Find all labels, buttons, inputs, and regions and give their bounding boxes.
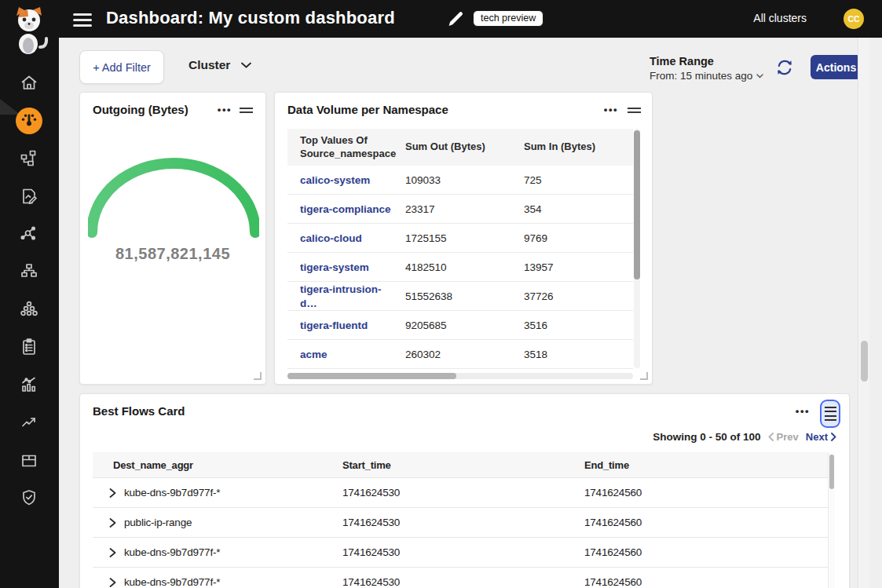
column-header: Sum Out (Bytes): [393, 141, 511, 154]
user-avatar[interactable]: CC: [844, 9, 864, 29]
next-page-button[interactable]: Next: [806, 431, 836, 443]
pagination: Showing 0 - 50 of 100 Prev Next: [653, 431, 836, 443]
refresh-button[interactable]: [775, 58, 794, 77]
refresh-icon: [775, 58, 794, 77]
sum-out-value: 260302: [393, 349, 511, 360]
namespace-link[interactable]: acme: [300, 349, 328, 360]
scrollbar-thumb[interactable]: [861, 341, 868, 382]
card-title: Best Flows Card: [93, 404, 185, 418]
table-header-row: Top Values Of Source_namespace Sum Out (…: [287, 129, 633, 166]
namespace-link[interactable]: calico-system: [300, 174, 370, 186]
sidebar-item-reports[interactable]: [19, 186, 39, 206]
dest-name: kube-dns-9b7d977f-*: [124, 546, 220, 558]
page-vertical-scrollbar[interactable]: [858, 38, 869, 588]
table-row: acme 260302 3518: [287, 340, 633, 369]
best-flows-card: Best Flows Card ••• Showing 0 - 50 of 10…: [79, 393, 850, 588]
table-row[interactable]: kube-dns-9b7d977f-* 1741624530 174162456…: [93, 477, 828, 507]
cluster-scope-selector[interactable]: All clusters: [753, 12, 807, 24]
sidebar-item-security[interactable]: [19, 488, 39, 508]
start-time: 1741624530: [322, 576, 564, 588]
sum-in-value: 13957: [511, 261, 633, 273]
sum-in-value: 3516: [511, 320, 633, 331]
time-range-value-dropdown[interactable]: From: 15 minutes ago: [650, 70, 763, 82]
dashboard-gauge-icon: [17, 109, 41, 133]
namespace-link[interactable]: tigera-fluentd: [300, 320, 368, 331]
sum-in-value: 354: [511, 203, 633, 215]
gauge-chart: [88, 141, 259, 256]
add-filter-button[interactable]: + Add Filter: [79, 50, 164, 84]
namespace-link[interactable]: tigera-intrusion-d…: [300, 283, 382, 309]
scrollbar-thumb[interactable]: [829, 455, 834, 489]
service-graph-icon: [20, 149, 38, 168]
end-time: 1741624560: [564, 487, 828, 499]
card-menu-icon[interactable]: •••: [604, 104, 618, 115]
pencil-icon: [446, 9, 465, 28]
sidebar-item-home[interactable]: [19, 73, 39, 93]
sidebar-item-flow-visualizations[interactable]: [19, 224, 39, 244]
outgoing-bytes-card: Outgoing (Bytes) ••• 81,587,821,145: [79, 92, 266, 385]
end-time: 1741624560: [564, 546, 828, 558]
cluster-filter-label: Cluster: [188, 58, 230, 72]
start-time: 1741624530: [322, 487, 564, 499]
start-time: 1741624530: [322, 546, 564, 558]
sidebar-item-service-graph[interactable]: [19, 148, 39, 169]
data-volume-card: Data Volume per Namespace ••• Top Values…: [274, 92, 653, 385]
clipboard-icon: [20, 338, 38, 356]
calico-cat-logo[interactable]: [9, 6, 49, 58]
pagination-status: Showing 0 - 50 of 100: [653, 431, 760, 443]
sum-out-value: 23317: [393, 203, 511, 215]
table-row: tigera-fluentd 9205685 3516: [287, 311, 633, 340]
time-range-control: Time Range From: 15 minutes ago: [650, 55, 763, 82]
column-header: End_time: [564, 459, 828, 471]
column-header: Top Values Of Source_namespace: [287, 134, 393, 161]
expand-row-icon[interactable]: [109, 518, 116, 528]
sum-out-value: 4182510: [393, 261, 511, 273]
namespace-link[interactable]: calico-cloud: [300, 232, 362, 244]
sidebar-item-clusters[interactable]: [19, 299, 39, 320]
table-row[interactable]: kube-dns-9b7d977f-* 1741624530 174162456…: [93, 567, 828, 588]
start-time: 1741624530: [322, 517, 564, 528]
table-row: tigera-system 4182510 13957: [287, 253, 633, 282]
hamburger-menu-icon[interactable]: [73, 10, 93, 27]
card-resize-handle[interactable]: [254, 372, 262, 380]
sidebar-item-policies[interactable]: [19, 337, 39, 357]
card-menu-icon[interactable]: •••: [796, 405, 810, 417]
sidebar-item-trends[interactable]: [19, 412, 39, 433]
page-title: Dashboard: My custom dashboard: [106, 8, 395, 28]
card-resize-handle[interactable]: [640, 372, 648, 380]
card-menu-icon[interactable]: •••: [218, 104, 232, 115]
sum-out-value: 9205685: [393, 320, 511, 331]
table-row[interactable]: kube-dns-9b7d977f-* 1741624530 174162456…: [93, 537, 828, 567]
sidebar-item-sitemap[interactable]: [19, 261, 39, 282]
cluster-filter-dropdown[interactable]: Cluster: [188, 58, 251, 72]
sum-in-value: 3518: [511, 349, 633, 360]
card-title: Outgoing (Bytes): [93, 103, 188, 116]
expand-row-icon[interactable]: [109, 548, 116, 557]
sidebar-item-workloads[interactable]: [19, 450, 39, 470]
actions-button[interactable]: Actions: [811, 55, 862, 79]
scrollbar-thumb[interactable]: [287, 373, 456, 379]
drag-handle-icon[interactable]: [240, 105, 253, 115]
shield-check-icon: [20, 488, 38, 507]
column-header: Dest_name_aggr: [93, 459, 322, 471]
table-row[interactable]: public-ip-range 1741624530 1741624560: [93, 507, 828, 537]
sum-out-value: 51552638: [393, 290, 511, 302]
sidebar-item-statistics[interactable]: [19, 374, 39, 395]
table-horizontal-scrollbar[interactable]: [287, 373, 633, 379]
expand-row-icon[interactable]: [109, 488, 116, 498]
table-row: tigera-intrusion-d… 51552638 37726: [287, 282, 633, 311]
namespace-link[interactable]: tigera-system: [300, 261, 369, 273]
column-header: Sum In (Bytes): [511, 141, 633, 154]
expand-row-icon[interactable]: [109, 578, 116, 587]
prev-page-button[interactable]: Prev: [768, 431, 799, 443]
drag-handle-focused[interactable]: [820, 400, 840, 428]
edit-dashboard-button[interactable]: [446, 9, 465, 28]
table-vertical-scrollbar[interactable]: [828, 452, 835, 588]
scrollbar-thumb[interactable]: [634, 130, 640, 279]
table-vertical-scrollbar[interactable]: [634, 129, 640, 368]
sidebar-item-dashboards[interactable]: [16, 108, 42, 134]
namespace-link[interactable]: tigera-compliance: [300, 203, 391, 215]
drag-handle-icon[interactable]: [628, 105, 641, 115]
time-range-value: From: 15 minutes ago: [650, 70, 752, 82]
sum-in-value: 725: [511, 174, 633, 186]
